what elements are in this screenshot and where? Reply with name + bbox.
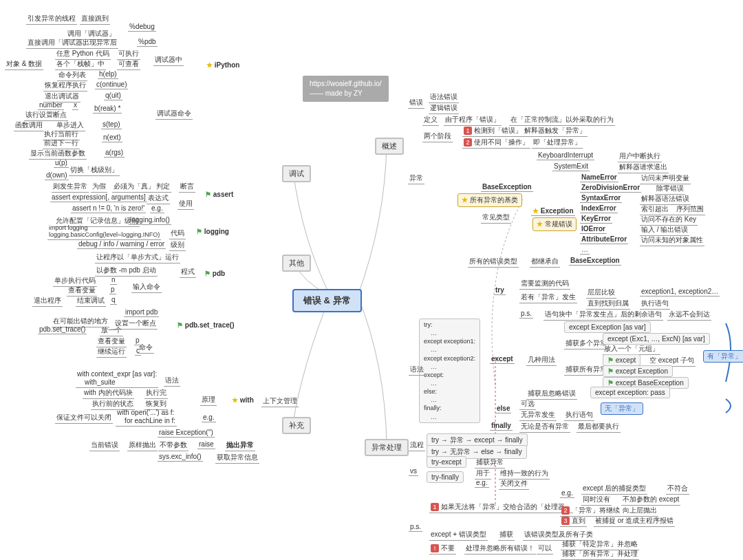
vs1: try-except	[427, 456, 466, 468]
vs3: try-finally	[427, 471, 464, 483]
fin: finally	[490, 422, 513, 431]
th7: 获取异常信息	[215, 453, 259, 464]
cls4d: 除零错误	[655, 184, 685, 195]
cls: 上下文管理	[261, 396, 299, 407]
th4: 不带参数	[158, 440, 189, 451]
cls7: KeyError	[580, 215, 612, 224]
hub-overview: 概述	[375, 138, 404, 155]
t: 检测到「错误」	[474, 127, 522, 134]
else3: 执行语句	[564, 410, 594, 421]
hasExc: 有「异常」	[703, 350, 743, 363]
princ: 原理	[200, 395, 217, 406]
thr: 抛出异常	[225, 440, 255, 451]
pdb13: pdb.set_trace()	[38, 325, 87, 334]
t: 如果无法将「异常」交给合适的「处理器」	[441, 503, 572, 510]
level: 级别	[169, 240, 186, 251]
hub-debug: 调试	[282, 165, 311, 182]
ph5: 即「处理异常」	[532, 138, 583, 149]
th3: raise Exception('')	[158, 429, 215, 438]
pdb8: 结束调试	[76, 296, 106, 307]
sub-ipython: ★ iPython	[206, 61, 239, 69]
cls3d: 访问未声明变量	[640, 173, 691, 184]
t: pdb.set_trace()	[185, 321, 235, 329]
dbg_in: 调试器中	[153, 55, 184, 66]
try2: 需要监测的代码	[519, 279, 570, 290]
u3: 捕获所有异常	[564, 365, 608, 376]
t: except Exception	[616, 367, 668, 375]
t: 常规错误	[545, 220, 572, 228]
input: 输入命令	[131, 282, 162, 293]
exp: except	[490, 355, 515, 364]
cls3: NameError	[580, 173, 618, 182]
t: logging	[204, 228, 229, 235]
sub-pdb: ⚑ pdb	[204, 270, 225, 277]
try: try	[494, 286, 506, 295]
c7: number	[38, 101, 64, 110]
vs7: 关闭文件	[499, 479, 529, 490]
t: except BaseException	[616, 379, 684, 387]
cls7d: 访问不存在的 Key	[640, 215, 698, 226]
cls5d: 解释器语法错误	[640, 194, 691, 205]
cls1: KeyboardInterrupt	[537, 151, 594, 160]
pdb6: p	[109, 286, 116, 294]
t: with	[240, 396, 254, 404]
d5: 直接调用「调试器」	[26, 38, 91, 49]
cls8: IOError	[580, 225, 607, 234]
c15: n(ext)	[102, 133, 122, 142]
cls8d: 输入 / 输出错误	[640, 225, 689, 236]
pdb16: p	[134, 336, 141, 345]
c20: 切换「栈级别」	[69, 165, 120, 176]
vs6: e.g.	[475, 479, 489, 488]
w2: with 内的代码块	[83, 388, 134, 399]
expr: 表达式	[147, 193, 170, 204]
else1: 可选	[519, 399, 536, 410]
ps11: except + 错误类型	[429, 530, 488, 541]
t: 直到	[572, 517, 585, 524]
hub-other: 其他	[282, 255, 311, 272]
d7: %pdb	[137, 38, 158, 47]
vs: vs	[409, 467, 418, 476]
th2: 原样抛出	[127, 440, 158, 451]
pdb5: 查看变量	[67, 286, 97, 297]
try4: 层层比较	[586, 288, 616, 299]
ph4: 2 使用不同「操作」	[462, 138, 530, 149]
cls10: …	[580, 246, 590, 255]
t: assert	[213, 191, 233, 198]
jud: 判定	[155, 182, 171, 193]
pdb18: c	[135, 347, 141, 356]
c3: 恢复程序执行	[43, 80, 87, 91]
c13: s(tep)	[101, 120, 122, 129]
ph1: 两个阶段	[422, 131, 453, 142]
cls4: ZeroDivisionError	[580, 184, 641, 193]
ps1: 1 如果无法将「异常」交给合适的「处理器」	[429, 502, 573, 513]
exp1: except Exception [as var]	[564, 321, 651, 333]
c11: 函数调用	[14, 120, 44, 131]
log4: debug / info / warning / error	[77, 240, 166, 249]
ps3: except 后的捕捉类型	[581, 484, 647, 495]
wsyn: 语法	[164, 376, 180, 387]
ps10: 被捕捉 or 造成主程序报错	[594, 516, 675, 527]
header-badge: https://woaielf.github.io/ —— made by ZY	[303, 76, 389, 102]
ps9: 3 直到	[560, 516, 587, 527]
as5: assert n != 0, 'n is zero!'	[71, 204, 146, 213]
cls6d: 索引超出 序列范围	[640, 204, 705, 215]
ps5: 同时没有	[581, 495, 612, 506]
base3: ★ Exception	[531, 207, 575, 216]
vs5: 维持一致的行为	[499, 469, 550, 480]
pdb7: 退出程序	[32, 296, 63, 307]
d2: 直接跳到	[80, 14, 110, 25]
exp8: except exception: pass	[590, 387, 670, 398]
log3: import logging logging.basicConfig(level…	[47, 225, 161, 240]
center-topic: 错误 & 异常	[292, 289, 362, 312]
cls2d: 解释器请求退出	[618, 162, 669, 173]
cls9: AttributeError	[580, 235, 628, 244]
try9: 语句块中「异常发生点」后的剩余语句	[543, 310, 663, 321]
u2: 捕获多个异常	[564, 338, 608, 349]
ps: p.s.	[409, 523, 422, 532]
d1: 引发异常的线程	[26, 14, 77, 25]
err2: 语法错误	[429, 92, 459, 103]
vs2: 捕获异常	[475, 457, 505, 469]
ph3: 解释器触发「异常」	[523, 126, 588, 137]
c2: h(elp)	[98, 70, 118, 79]
as1: 则发生异常	[52, 182, 89, 193]
